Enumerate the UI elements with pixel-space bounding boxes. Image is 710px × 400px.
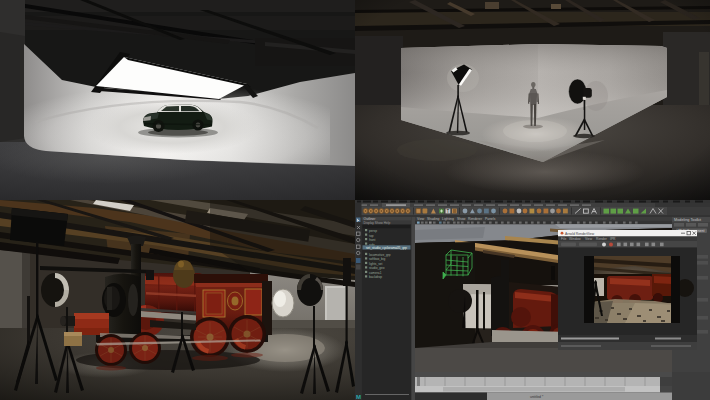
svg-text:Modeling Toolkit: Modeling Toolkit: [674, 218, 702, 222]
svg-text:persp: persp: [369, 229, 377, 233]
svg-text:Display Show Help: Display Show Help: [364, 221, 391, 225]
svg-text:lights_set: lights_set: [369, 262, 383, 266]
svg-text:Lighting: Lighting: [442, 217, 454, 221]
svg-text:Render: Render: [596, 237, 608, 241]
svg-text:M: M: [356, 394, 361, 400]
svg-text:Renderer: Renderer: [468, 217, 483, 221]
svg-text:Panels: Panels: [485, 217, 496, 221]
svg-text:Window: Window: [569, 237, 581, 241]
svg-text:Arnold RenderView: Arnold RenderView: [565, 232, 595, 236]
svg-text:View: View: [585, 237, 593, 241]
svg-text:Shading: Shading: [427, 217, 440, 221]
svg-text:top: top: [369, 234, 374, 238]
svg-text:front: front: [369, 238, 375, 242]
svg-text:View: View: [417, 217, 425, 221]
svg-text:File: File: [561, 237, 566, 241]
svg-text:softbox_big: softbox_big: [369, 257, 386, 261]
svg-text:set_studio_cyclorama05_grp: set_studio_cyclorama05_grp: [366, 246, 407, 250]
svg-text:studio_geo: studio_geo: [369, 266, 385, 270]
svg-text:backdrop: backdrop: [369, 275, 382, 279]
svg-text:camera1: camera1: [369, 271, 382, 275]
svg-text:Show: Show: [457, 217, 466, 221]
svg-text:untitled *: untitled *: [530, 395, 544, 399]
svg-text:T: T: [447, 209, 450, 214]
svg-text:locomotive_grp: locomotive_grp: [369, 253, 391, 257]
svg-text:IPR: IPR: [610, 237, 616, 241]
